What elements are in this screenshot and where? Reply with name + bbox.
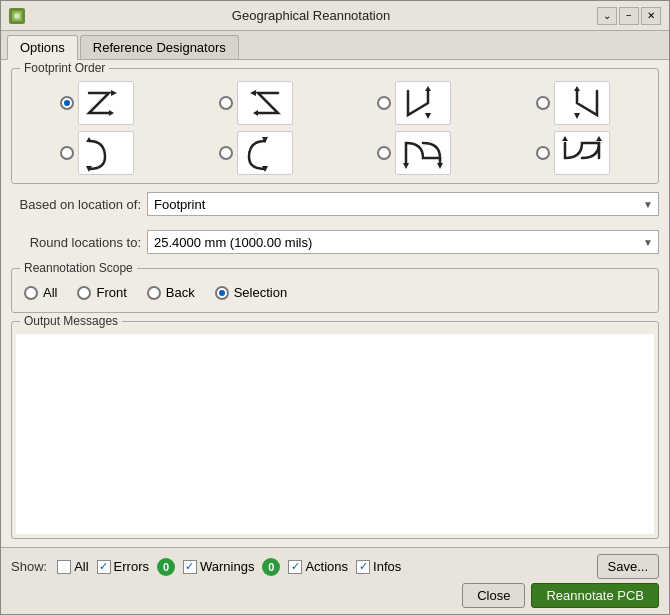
svg-marker-2 bbox=[109, 110, 114, 116]
round-locations-select-wrapper: 25.4000 mm (1000.00 mils) 2.5400 mm (100… bbox=[147, 230, 659, 254]
based-on-select-wrapper: Footprint Reference Value ▼ bbox=[147, 192, 659, 216]
show-filters-row: Show: All Errors 0 Warnings 0 Actions bbox=[11, 554, 659, 579]
fp-pattern-8-img bbox=[554, 131, 610, 175]
svg-marker-7 bbox=[425, 113, 431, 119]
svg-marker-9 bbox=[574, 113, 580, 119]
fp-pattern-7-img bbox=[395, 131, 451, 175]
svg-marker-16 bbox=[403, 163, 409, 169]
svg-marker-5 bbox=[250, 90, 256, 96]
tab-reference-designators[interactable]: Reference Designators bbox=[80, 35, 239, 59]
svg-marker-20 bbox=[596, 136, 602, 141]
filter-all-checkbox[interactable] bbox=[57, 560, 71, 574]
reannotation-scope-group: Reannotation Scope All Front Back Select… bbox=[11, 268, 659, 313]
svg-marker-17 bbox=[437, 163, 443, 169]
filter-infos-item[interactable]: Infos bbox=[356, 559, 401, 574]
fp-pattern-4-radio[interactable] bbox=[536, 96, 550, 110]
filter-infos-label: Infos bbox=[373, 559, 401, 574]
fp-pattern-6-img bbox=[237, 131, 293, 175]
svg-point-1 bbox=[14, 13, 20, 19]
scope-all[interactable]: All bbox=[24, 285, 57, 300]
save-button[interactable]: Save... bbox=[597, 554, 659, 579]
filter-all-item[interactable]: All bbox=[57, 559, 88, 574]
filter-errors-checkbox[interactable] bbox=[97, 560, 111, 574]
filter-errors-label: Errors bbox=[114, 559, 149, 574]
round-locations-label: Round locations to: bbox=[11, 235, 141, 250]
reannotation-scope-label: Reannotation Scope bbox=[20, 261, 137, 275]
warnings-badge: 0 bbox=[262, 558, 280, 576]
titlebar: Geographical Reannotation ⌄ − ✕ bbox=[1, 1, 669, 31]
scope-back-radio[interactable] bbox=[147, 286, 161, 300]
scope-selection-label: Selection bbox=[234, 285, 287, 300]
round-locations-row: Round locations to: 25.4000 mm (1000.00 … bbox=[11, 230, 659, 254]
show-label: Show: bbox=[11, 559, 47, 574]
based-on-select[interactable]: Footprint Reference Value bbox=[147, 192, 659, 216]
filter-infos-checkbox[interactable] bbox=[356, 560, 370, 574]
window-title: Geographical Reannotation bbox=[31, 8, 591, 23]
fp-pattern-8-radio[interactable] bbox=[536, 146, 550, 160]
fp-pattern-5-radio[interactable] bbox=[60, 146, 74, 160]
based-on-row: Based on location of: Footprint Referenc… bbox=[11, 192, 659, 216]
scope-front[interactable]: Front bbox=[77, 285, 126, 300]
output-messages-area bbox=[16, 334, 654, 534]
window-controls: ⌄ − ✕ bbox=[597, 7, 661, 25]
fp-pattern-2-radio[interactable] bbox=[219, 96, 233, 110]
bottom-bar: Show: All Errors 0 Warnings 0 Actions bbox=[1, 547, 669, 614]
svg-marker-3 bbox=[111, 90, 117, 96]
scope-back-label: Back bbox=[166, 285, 195, 300]
filter-warnings-label: Warnings bbox=[200, 559, 254, 574]
scope-options-row: All Front Back Selection bbox=[20, 281, 650, 304]
scope-all-radio[interactable] bbox=[24, 286, 38, 300]
fp-pattern-7-radio[interactable] bbox=[377, 146, 391, 160]
round-locations-select[interactable]: 25.4000 mm (1000.00 mils) 2.5400 mm (100… bbox=[147, 230, 659, 254]
filter-actions-checkbox[interactable] bbox=[288, 560, 302, 574]
tab-options[interactable]: Options bbox=[7, 35, 78, 60]
svg-marker-6 bbox=[425, 86, 431, 91]
filter-warnings-checkbox[interactable] bbox=[183, 560, 197, 574]
scope-front-radio[interactable] bbox=[77, 286, 91, 300]
fp-pattern-3-radio[interactable] bbox=[377, 96, 391, 110]
collapse-btn[interactable]: ⌄ bbox=[597, 7, 617, 25]
fp-pattern-2-img bbox=[237, 81, 293, 125]
svg-marker-4 bbox=[253, 110, 258, 116]
output-messages-label: Output Messages bbox=[20, 314, 122, 328]
scope-all-label: All bbox=[43, 285, 57, 300]
scope-selection-radio[interactable] bbox=[215, 286, 229, 300]
filter-errors-item[interactable]: Errors bbox=[97, 559, 149, 574]
fp-pattern-1-radio[interactable] bbox=[60, 96, 74, 110]
action-buttons-row: Close Reannotate PCB bbox=[11, 583, 659, 608]
app-icon bbox=[9, 8, 25, 24]
scope-front-label: Front bbox=[96, 285, 126, 300]
based-on-label: Based on location of: bbox=[11, 197, 141, 212]
minimize-btn[interactable]: − bbox=[619, 7, 639, 25]
errors-badge: 0 bbox=[157, 558, 175, 576]
svg-marker-8 bbox=[574, 86, 580, 91]
close-button[interactable]: Close bbox=[462, 583, 525, 608]
filter-actions-label: Actions bbox=[305, 559, 348, 574]
output-messages-group: Output Messages bbox=[11, 321, 659, 539]
tab-bar: Options Reference Designators bbox=[1, 31, 669, 60]
scope-selection[interactable]: Selection bbox=[215, 285, 287, 300]
footprint-order-group: Footprint Order bbox=[11, 68, 659, 184]
footprint-order-label: Footprint Order bbox=[20, 61, 109, 75]
fp-pattern-4-img bbox=[554, 81, 610, 125]
main-content: Footprint Order bbox=[1, 60, 669, 547]
fp-pattern-5-img bbox=[78, 131, 134, 175]
filter-all-label: All bbox=[74, 559, 88, 574]
scope-back[interactable]: Back bbox=[147, 285, 195, 300]
main-window: Geographical Reannotation ⌄ − ✕ Options … bbox=[0, 0, 670, 615]
svg-marker-12 bbox=[86, 137, 92, 142]
filter-actions-item[interactable]: Actions bbox=[288, 559, 348, 574]
fp-pattern-3-img bbox=[395, 81, 451, 125]
fp-pattern-6-radio[interactable] bbox=[219, 146, 233, 160]
filter-warnings-item[interactable]: Warnings bbox=[183, 559, 254, 574]
svg-marker-19 bbox=[562, 136, 568, 141]
reannotate-button[interactable]: Reannotate PCB bbox=[531, 583, 659, 608]
close-btn[interactable]: ✕ bbox=[641, 7, 661, 25]
fp-pattern-1-img bbox=[78, 81, 134, 125]
